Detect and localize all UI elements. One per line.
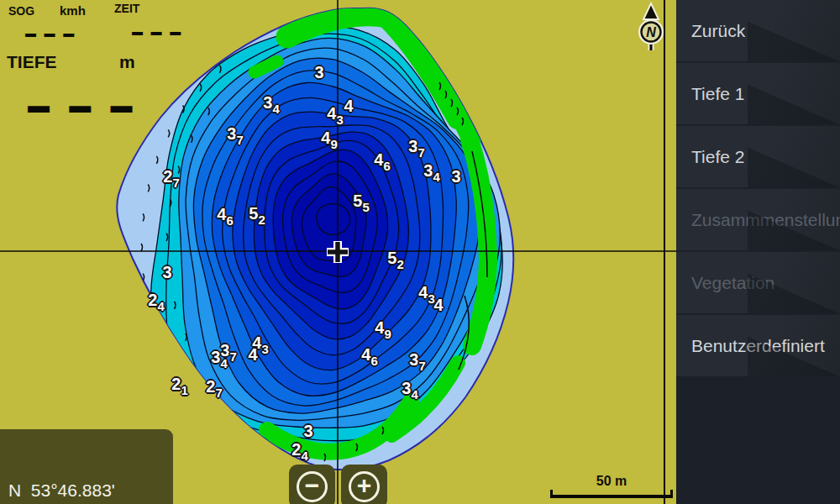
menu-item-vegetation: Vegetation	[676, 252, 840, 313]
tiefe-unit: m	[119, 52, 135, 72]
position-panel: N 53°46.883' E 12°37.167' 816.4 km, 140 …	[0, 429, 173, 504]
sidebar-menu: Zurück Tiefe 1 Tiefe 2 Zusammmenstellung…	[676, 0, 840, 504]
scale-bar-label: 50 m	[550, 474, 673, 489]
menu-item-zurueck[interactable]: Zurück	[676, 0, 840, 61]
zoom-out-button[interactable]: −	[289, 465, 335, 504]
chartplotter-screen: 3344434937374634327554652523434244943374…	[0, 0, 840, 504]
latitude-readout: N 53°46.883'	[8, 479, 173, 501]
north-arrow: N	[638, 1, 664, 55]
zoom-in-icon: +	[349, 471, 380, 502]
scale-bar: 50 m	[550, 475, 673, 498]
instrument-overlay: SOG kmh ZEIT ▬ ▬ ▬ ▬ ▬ ▬ TIEFE m ▬ ▬ ▬	[0, 0, 193, 126]
zoom-out-icon: −	[297, 471, 328, 502]
menu-item-benutzerdefiniert[interactable]: Benutzerdefiniert	[676, 315, 840, 376]
scale-bar-line	[550, 490, 673, 498]
sog-value: ▬ ▬ ▬	[25, 27, 76, 39]
menu-item-zusammenstellung: Zusammmenstellung	[676, 189, 840, 250]
north-arrow-head	[643, 3, 659, 19]
zeit-value: ▬ ▬ ▬	[132, 25, 183, 38]
menu-item-tiefe-1[interactable]: Tiefe 1	[676, 63, 840, 124]
north-letter: N	[646, 25, 656, 39]
tiefe-value: ▬ ▬ ▬	[28, 92, 139, 118]
menu-item-tiefe-2[interactable]: Tiefe 2	[676, 126, 840, 187]
tiefe-label: TIEFE	[7, 52, 57, 72]
zeit-label: ZEIT	[114, 2, 139, 15]
sog-unit: kmh	[60, 3, 86, 18]
map-border-line	[664, 0, 665, 504]
zoom-in-button[interactable]: +	[341, 465, 387, 504]
zoom-controls: − +	[289, 465, 387, 504]
sog-label: SOG	[8, 4, 34, 18]
